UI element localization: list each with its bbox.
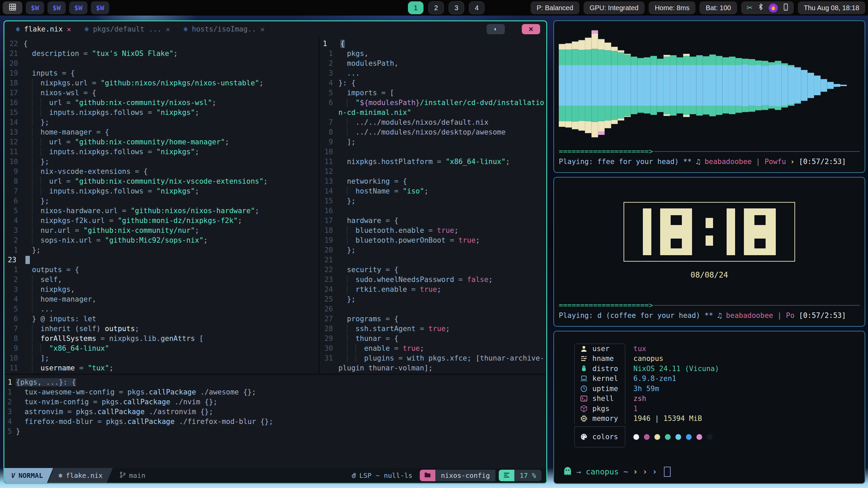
code-line: 23 ▏ sudo.wheelNeedsPassword = false; [319, 275, 546, 285]
code-token: plugin thunar-volman [338, 364, 424, 372]
code-token: pkgs [102, 398, 119, 406]
code-pane-pkgs-default[interactable]: 1{pkgs, ...}: {1 tux-awesome-wm-config =… [4, 374, 546, 468]
code-line: 4}: { [319, 78, 546, 88]
clock-digit [643, 208, 651, 255]
code-line: 13 ▏ home-manager = { [4, 127, 318, 137]
code-token: description [32, 49, 79, 58]
app-launcher-button[interactable] [3, 1, 22, 14]
code-token: ; [109, 364, 114, 372]
fetch-label-user: user [574, 344, 625, 354]
swallow-icon-1[interactable]: $W [26, 1, 44, 14]
code-token: . [369, 325, 373, 333]
code-token: . [109, 187, 114, 195]
code-token: ▏ [41, 177, 49, 185]
code-token: ▏ [32, 344, 40, 352]
code-token: nixos-hardware [41, 207, 101, 215]
code-token: ]; [424, 364, 433, 372]
tag-2[interactable]: 2 [428, 1, 444, 14]
code-line: 14 ▏ }; [4, 118, 318, 127]
bluetooth-icon[interactable] [758, 3, 763, 13]
code-token: ▏ [32, 226, 40, 235]
swallow-icon-3[interactable]: $W [69, 1, 87, 14]
fetch-value-user: tux [633, 344, 860, 354]
line-number: 10 [4, 353, 23, 363]
code-token: Po [786, 311, 799, 320]
code-token [23, 49, 32, 58]
code-pane-flake[interactable]: 22{21 description = "tux's NixOS Flake";… [4, 37, 318, 374]
swallow-icon-4[interactable]: $W [91, 1, 109, 14]
code-token: url [49, 99, 62, 107]
code-token: . [75, 108, 79, 117]
code-token [338, 226, 347, 235]
code-token: ▏ [32, 236, 40, 244]
line-number: 14 [4, 118, 23, 127]
code-token: ... [41, 305, 54, 313]
code-token: nixpkgs [79, 108, 109, 117]
line-number: 9 [4, 167, 23, 177]
code-token: true [458, 236, 476, 244]
code-token: ▏ [347, 118, 355, 126]
neovim-window[interactable]: ❄ flake.nix × ❄ pkgs/default ... × ❄ hos… [3, 20, 547, 484]
window-close-button[interactable]: × [522, 24, 540, 34]
code-token: ▏ [32, 148, 40, 156]
code-line: 13 networking = { [319, 177, 546, 186]
code-token: { [23, 40, 28, 48]
line-number: 17 [4, 88, 23, 98]
tag-4[interactable]: 4 [469, 1, 485, 14]
code-token: ; [255, 207, 259, 215]
swallow-icon-2[interactable]: $W [47, 1, 66, 14]
code-token [23, 266, 32, 274]
code-token: . [88, 217, 92, 225]
code-token [23, 148, 32, 156]
line-number: 18 [319, 226, 338, 236]
code-token [16, 408, 24, 416]
tab-flake-nix[interactable]: ❄ flake.nix × [16, 25, 71, 34]
code-pane-isoimage[interactable]: 1{1 pkgs,2 modulesPath,3 ...4}: {5 impor… [319, 37, 546, 374]
penguin-icon [580, 365, 588, 372]
code-line: 14 ▏ hostName = "iso"; [319, 186, 546, 196]
code-line: 19 inputs = { [4, 68, 318, 78]
nix-snowflake-icon: ❄ [184, 25, 188, 33]
tab-hosts-isoimage[interactable]: ❄ hosts/isoImag.. × [184, 25, 265, 34]
code-token: ; [424, 187, 429, 195]
code-token: bluetooth [356, 226, 394, 235]
tag-1[interactable]: 1 [408, 1, 423, 14]
datetime-status[interactable]: Thu Aug 08, 18:18 [798, 1, 865, 14]
prompt-hostname: canopus [586, 467, 619, 476]
line-number: 11 [319, 157, 338, 167]
git-branch-segment[interactable]: main [112, 468, 145, 483]
code-token: } [347, 295, 351, 303]
scroll-percent: 17 % [514, 470, 541, 481]
fetch-value-pkgs: 1 [633, 404, 860, 414]
terminal-cursor[interactable] [664, 467, 671, 477]
code-token: with [407, 354, 424, 362]
shell-prompt[interactable]: →canopus~››› [559, 465, 860, 479]
code-token: { [75, 266, 79, 274]
code-token [23, 285, 32, 293]
lines-icon [504, 471, 510, 480]
tab-close-icon[interactable]: × [67, 25, 71, 34]
screenshot-scissors-icon[interactable]: ✂ [747, 4, 753, 12]
fetch-label-text: user [592, 345, 610, 353]
tab-pkgs-default[interactable]: ❄ pkgs/default ... × [85, 25, 170, 34]
code-line: 26 [319, 304, 546, 314]
tag-3[interactable]: 3 [449, 1, 464, 14]
hostname-icon [580, 355, 588, 362]
flame-tray-icon[interactable] [769, 3, 778, 13]
line-number: 1 [319, 39, 340, 49]
code-token: url [49, 138, 62, 146]
code-token: Playing: d (coffee for your head) ** [559, 311, 717, 320]
window-toggle-button[interactable]: ◐ [487, 24, 505, 34]
code-token [338, 59, 347, 67]
line-number: 1 [4, 265, 23, 275]
code-token: : [63, 378, 72, 386]
code-token: = [381, 334, 394, 343]
code-token: tux-awesome-wm-config [24, 388, 115, 396]
tab-close-icon[interactable]: × [165, 25, 170, 34]
tab-close-icon[interactable]: × [260, 25, 264, 34]
code-token: ssh [356, 325, 369, 333]
code-token [23, 207, 32, 215]
code-token: ♫ [696, 158, 705, 166]
phone-icon[interactable] [783, 3, 788, 13]
code-token: = [115, 388, 127, 396]
